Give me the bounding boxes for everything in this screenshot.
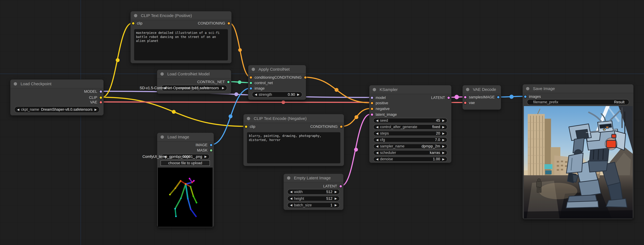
increment-arrow-icon[interactable]: ▶ bbox=[442, 138, 444, 142]
collapse-dot-icon[interactable] bbox=[526, 87, 529, 90]
node-titlebar[interactable]: Load Checkpoint bbox=[10, 80, 104, 88]
node-titlebar[interactable]: Empty Latent Image bbox=[284, 174, 343, 182]
decrement-arrow-icon[interactable]: ◀ bbox=[376, 157, 378, 161]
collapse-dot-icon[interactable] bbox=[252, 68, 255, 71]
input-slot-model[interactable] bbox=[370, 96, 374, 99]
filename-prefix-widget[interactable]: filename_prefix Result bbox=[527, 99, 629, 105]
image-filename-widget[interactable]: ◀ image ▶ ComfyUI_temp_gpmbp_00001_.png bbox=[161, 154, 210, 159]
increment-arrow-icon[interactable]: ▶ bbox=[297, 93, 300, 96]
node-vae-decode[interactable]: VAE Decode samples IMAGE vae bbox=[462, 85, 501, 110]
output-slot-mask[interactable] bbox=[210, 149, 213, 152]
output-slot-control-net[interactable] bbox=[227, 80, 230, 84]
increment-arrow-icon[interactable]: ▶ bbox=[442, 145, 444, 148]
increment-arrow-icon[interactable]: ▶ bbox=[442, 132, 444, 135]
node-graph-canvas[interactable]: Load Checkpoint MODEL CLIP VAE ◀ ckpt_na… bbox=[0, 0, 644, 245]
output-slot-clip[interactable] bbox=[99, 96, 102, 99]
output-slot-image[interactable] bbox=[210, 143, 213, 147]
increment-arrow-icon[interactable]: ▶ bbox=[334, 197, 337, 200]
collapse-dot-icon[interactable] bbox=[14, 82, 17, 85]
node-titlebar[interactable]: Apply ControlNet bbox=[248, 65, 306, 74]
input-slot-samples[interactable] bbox=[464, 96, 467, 99]
node-ksampler[interactable]: KSampler model LATENT positive negative … bbox=[369, 85, 452, 163]
link-dot-cond-positive[interactable] bbox=[238, 48, 242, 52]
input-slot-vae[interactable] bbox=[464, 101, 467, 104]
link-dot-cond-apply[interactable] bbox=[334, 88, 338, 92]
node-clip-text-encode-negative[interactable]: CLIP Text Encode (Negative) clip CONDITI… bbox=[243, 114, 344, 166]
node-empty-latent-image[interactable]: Empty Latent Image LATENT ◀ width 512 ▶ … bbox=[284, 174, 344, 210]
scheduler-widget[interactable]: ◀ scheduler karras ▶ bbox=[373, 150, 447, 155]
node-load-checkpoint[interactable]: Load Checkpoint MODEL CLIP VAE ◀ ckpt_na… bbox=[10, 79, 104, 116]
link-dot-image-result[interactable] bbox=[510, 95, 514, 99]
output-slot-vae[interactable] bbox=[99, 101, 102, 104]
collapse-dot-icon[interactable] bbox=[287, 176, 290, 180]
width-widget[interactable]: ◀ width 512 ▶ bbox=[287, 189, 340, 195]
output-slot-conditioning[interactable] bbox=[227, 22, 230, 25]
decrement-arrow-icon[interactable]: ◀ bbox=[376, 138, 378, 142]
increment-arrow-icon[interactable]: ▶ bbox=[334, 203, 337, 207]
input-slot-control-net[interactable] bbox=[249, 81, 252, 85]
output-slot-conditioning[interactable] bbox=[340, 125, 343, 128]
node-save-image[interactable]: Save Image images filename_prefix Result bbox=[522, 84, 634, 219]
node-load-image[interactable]: Load Image IMAGE MASK ◀ image ▶ ComfyUI_… bbox=[157, 133, 214, 227]
strength-widget[interactable]: ◀ strength 0.90 ▶ bbox=[252, 92, 302, 97]
decrement-arrow-icon[interactable]: ◀ bbox=[290, 190, 292, 194]
increment-arrow-icon[interactable]: ▶ bbox=[222, 86, 224, 90]
link-dot-latent-ksampler[interactable] bbox=[454, 95, 459, 99]
decrement-arrow-icon[interactable]: ◀ bbox=[376, 151, 378, 155]
cfg-widget[interactable]: ◀ cfg 7.0 ▶ bbox=[373, 137, 447, 142]
increment-arrow-icon[interactable]: ▶ bbox=[442, 119, 444, 122]
decrement-arrow-icon[interactable]: ◀ bbox=[376, 119, 378, 122]
input-slot-clip[interactable] bbox=[244, 125, 248, 128]
node-titlebar[interactable]: KSampler bbox=[370, 85, 451, 94]
choose-file-button[interactable]: choose file to upload bbox=[160, 160, 210, 166]
input-slot-clip[interactable] bbox=[132, 22, 135, 25]
collapse-dot-icon[interactable] bbox=[247, 117, 250, 120]
increment-arrow-icon[interactable]: ▶ bbox=[442, 125, 444, 129]
link-dot-clip-negative[interactable] bbox=[172, 110, 176, 114]
output-slot-latent[interactable] bbox=[447, 96, 450, 99]
node-titlebar[interactable]: Save Image bbox=[523, 84, 633, 93]
input-slot-latent-image[interactable] bbox=[370, 113, 374, 116]
collapse-dot-icon[interactable] bbox=[373, 88, 376, 91]
control-after-generate-widget[interactable]: ◀ control_after_generate fixed ▶ bbox=[373, 124, 447, 129]
increment-arrow-icon[interactable]: ▶ bbox=[204, 155, 207, 158]
collapse-dot-icon[interactable] bbox=[134, 14, 137, 17]
decrement-arrow-icon[interactable]: ◀ bbox=[376, 132, 378, 135]
decrement-arrow-icon[interactable]: ◀ bbox=[164, 155, 166, 158]
decrement-arrow-icon[interactable]: ◀ bbox=[290, 203, 292, 207]
node-clip-text-encode-positive[interactable]: CLIP Text Encode (Positive) clip CONDITI… bbox=[130, 11, 232, 63]
node-titlebar[interactable]: CLIP Text Encode (Negative) bbox=[244, 114, 344, 123]
node-load-controlnet-model[interactable]: Load ControlNet Model CONTROL_NET ◀ cont… bbox=[157, 70, 231, 94]
decrement-arrow-icon[interactable]: ◀ bbox=[255, 93, 257, 96]
decrement-arrow-icon[interactable]: ◀ bbox=[17, 108, 19, 111]
decrement-arrow-icon[interactable]: ◀ bbox=[376, 125, 378, 129]
collapse-dot-icon[interactable] bbox=[466, 88, 469, 91]
node-apply-controlnet[interactable]: Apply ControlNet conditioning CONDITIONI… bbox=[248, 65, 306, 100]
height-widget[interactable]: ◀ height 512 ▶ bbox=[287, 196, 340, 201]
node-titlebar[interactable]: Load ControlNet Model bbox=[157, 70, 231, 78]
input-slot-conditioning[interactable] bbox=[249, 76, 252, 79]
input-slot-negative[interactable] bbox=[370, 107, 374, 110]
link-dot-clip-positive[interactable] bbox=[116, 58, 120, 62]
decrement-arrow-icon[interactable]: ◀ bbox=[290, 197, 292, 200]
output-slot-latent[interactable] bbox=[339, 185, 342, 188]
denoise-widget[interactable]: ◀ denoise 1.00 ▶ bbox=[373, 157, 447, 162]
increment-arrow-icon[interactable]: ▶ bbox=[94, 108, 97, 111]
decrement-arrow-icon[interactable]: ◀ bbox=[376, 145, 378, 148]
positive-prompt-textarea[interactable]: masterpiece detailed illustration of a s… bbox=[134, 29, 228, 60]
output-slot-image[interactable] bbox=[497, 96, 500, 99]
node-titlebar[interactable]: Load Image bbox=[157, 133, 214, 141]
output-slot-conditioning[interactable] bbox=[304, 76, 307, 79]
input-slot-image[interactable] bbox=[249, 87, 252, 90]
link-dot-cond-negative[interactable] bbox=[354, 115, 358, 119]
ckpt-name-widget[interactable]: ◀ ckpt_name DreamShaper-v8.0.safetensors… bbox=[14, 106, 100, 113]
negative-prompt-textarea[interactable]: blurry, painting, drawing, photography, … bbox=[247, 132, 340, 163]
increment-arrow-icon[interactable]: ▶ bbox=[334, 190, 337, 194]
controlnet-name-widget[interactable]: ◀ control_net_name ▶ SD-v1.5-ControlNet-… bbox=[161, 85, 227, 91]
collapse-dot-icon[interactable] bbox=[160, 72, 164, 76]
output-slot-model[interactable] bbox=[99, 90, 102, 93]
batch-size-widget[interactable]: ◀ batch_size 1 ▶ bbox=[287, 202, 340, 208]
increment-arrow-icon[interactable]: ▶ bbox=[442, 151, 444, 155]
sampler-name-widget[interactable]: ◀ sampler_name dpmpp_2m ▶ bbox=[373, 144, 447, 149]
collapse-dot-icon[interactable] bbox=[160, 135, 164, 139]
